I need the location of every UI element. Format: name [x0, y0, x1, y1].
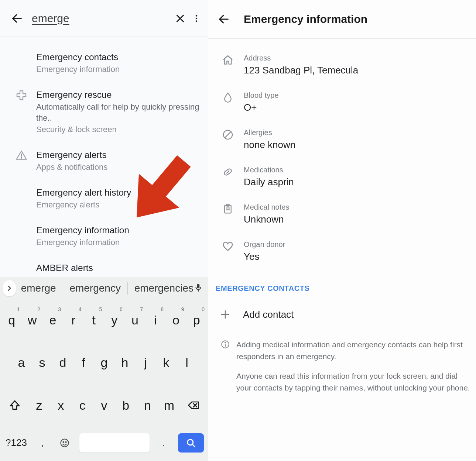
keyboard-row-2: a s d f g h j k l: [1, 348, 207, 377]
svg-line-22: [226, 171, 229, 173]
field-medical-notes[interactable]: Medical notes Unknown: [208, 195, 476, 233]
key-emoji[interactable]: [56, 430, 73, 456]
info-icon: [220, 340, 230, 349]
field-label: Allergies: [244, 127, 295, 138]
slash-circle-icon: [222, 129, 234, 141]
section-emergency-contacts: EMERGENCY CONTACTS: [208, 270, 476, 299]
svg-point-4: [196, 17, 198, 19]
result-alert-history[interactable]: Emergency alert history Emergency alerts: [0, 180, 208, 217]
result-icon-slot: [7, 224, 36, 225]
field-value: none known: [244, 138, 295, 151]
key-d[interactable]: d: [54, 348, 72, 377]
key-f[interactable]: f: [75, 348, 92, 377]
key-b[interactable]: b: [117, 391, 135, 420]
key-v[interactable]: v: [95, 391, 113, 420]
page-title: Emergency information: [244, 13, 367, 25]
key-z[interactable]: z: [30, 391, 48, 420]
keyboard-row-3: z x c v b n m: [1, 391, 207, 420]
keyboard-row-4: ?123 , .: [1, 430, 207, 458]
right-pane: Emergency information Address 123 Sandba…: [208, 0, 476, 461]
key-e[interactable]: 3e: [44, 306, 62, 334]
key-i[interactable]: 8i: [147, 306, 164, 334]
key-o[interactable]: 9o: [167, 306, 185, 334]
result-emergency-information[interactable]: Emergency information Emergency informat…: [0, 217, 208, 255]
key-a[interactable]: a: [13, 348, 30, 377]
svg-point-7: [21, 158, 22, 158]
key-r[interactable]: 4r: [65, 306, 82, 334]
field-blood-type[interactable]: Blood type O+: [208, 83, 476, 121]
key-symbols[interactable]: ?123: [4, 430, 28, 456]
field-allergies[interactable]: Allergies none known: [208, 121, 476, 158]
result-title: AMBER alerts: [36, 262, 202, 274]
key-q[interactable]: 1q: [3, 306, 21, 334]
overflow-menu-button[interactable]: [188, 10, 205, 27]
clear-search-button[interactable]: [172, 10, 188, 27]
search-header: [0, 0, 208, 37]
result-amber-alerts[interactable]: AMBER alerts: [0, 255, 208, 274]
keyboard: 1q 2w 3e 4r 5t 6y 7u 8i 9o 0p a s d f g …: [0, 300, 208, 461]
key-w[interactable]: 2w: [23, 306, 41, 334]
add-contact-button[interactable]: Add contact: [208, 299, 476, 330]
key-c[interactable]: c: [73, 391, 91, 420]
key-k[interactable]: k: [157, 348, 175, 377]
back-button[interactable]: [215, 10, 233, 28]
back-button[interactable]: [9, 10, 25, 27]
result-subtitle: Security & lock screen: [36, 124, 202, 135]
result-title: Emergency contacts: [36, 51, 202, 63]
svg-point-31: [225, 342, 226, 343]
key-y[interactable]: 6y: [106, 306, 123, 334]
suggestion-2[interactable]: emergency: [69, 282, 121, 294]
field-medications[interactable]: Medications Daily asprin: [208, 158, 476, 195]
back-arrow-icon: [11, 12, 23, 25]
result-emergency-contacts[interactable]: Emergency contacts Emergency information: [0, 44, 208, 82]
key-space[interactable]: [79, 433, 150, 453]
suggestion-3[interactable]: emergencies: [134, 282, 194, 294]
more-vert-icon: [192, 14, 201, 23]
key-l[interactable]: l: [178, 348, 196, 377]
field-value: Yes: [244, 250, 285, 263]
key-s[interactable]: s: [33, 348, 51, 377]
pill-icon: [222, 166, 234, 178]
left-pane: Emergency contacts Emergency information…: [0, 0, 208, 461]
backspace-icon: [187, 399, 200, 412]
search-input[interactable]: [32, 12, 172, 25]
key-u[interactable]: 7u: [126, 306, 144, 334]
result-title: Emergency alerts: [36, 149, 202, 161]
key-p[interactable]: 0p: [188, 306, 205, 334]
svg-rect-10: [198, 290, 199, 292]
collapse-keyboard-button[interactable]: [3, 280, 16, 296]
key-h[interactable]: h: [116, 348, 134, 377]
clipboard-icon: [222, 203, 233, 214]
result-icon-slot: [7, 149, 36, 161]
voice-input-button[interactable]: [194, 283, 203, 294]
key-shift[interactable]: [3, 391, 26, 420]
result-subtitle: Emergency information: [36, 237, 202, 248]
add-contact-label: Add contact: [243, 309, 294, 320]
key-m[interactable]: m: [160, 391, 178, 420]
plus-icon: [220, 309, 231, 320]
info-note: Adding medical information and emergency…: [208, 330, 476, 398]
field-organ-donor[interactable]: Organ donor Yes: [208, 233, 476, 270]
search-results: Emergency contacts Emergency information…: [0, 37, 208, 274]
key-n[interactable]: n: [138, 391, 156, 420]
key-t[interactable]: 5t: [85, 306, 103, 334]
result-emergency-alerts[interactable]: Emergency alerts Apps & notifications: [0, 142, 208, 180]
field-address[interactable]: Address 123 Sandbag Pl, Temecula: [208, 46, 476, 83]
suggestion-1[interactable]: emerge: [21, 282, 56, 294]
result-description: Automatically call for help by quickly p…: [36, 102, 202, 123]
key-j[interactable]: j: [137, 348, 154, 377]
result-subtitle: Apps & notifications: [36, 162, 202, 173]
key-backspace[interactable]: [182, 391, 205, 420]
key-g[interactable]: g: [95, 348, 113, 377]
key-comma[interactable]: ,: [35, 430, 49, 456]
key-period[interactable]: .: [157, 430, 171, 456]
key-x[interactable]: x: [52, 391, 70, 420]
svg-point-5: [196, 20, 198, 22]
key-search[interactable]: [178, 433, 204, 453]
result-emergency-rescue[interactable]: Emergency rescue Automatically call for …: [0, 82, 208, 142]
medical-icon: [16, 89, 27, 101]
chevron-right-icon: [6, 285, 13, 292]
field-value: O+: [244, 101, 279, 114]
right-header: Emergency information: [208, 0, 476, 39]
field-label: Address: [244, 53, 358, 63]
